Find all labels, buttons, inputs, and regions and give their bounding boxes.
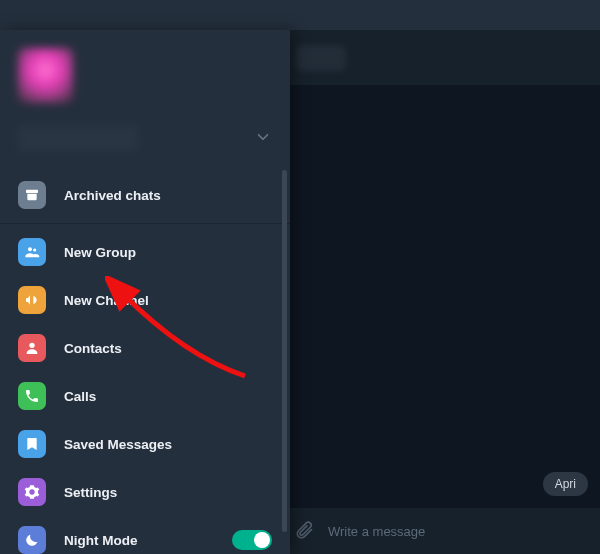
- composer-placeholder: Write a message: [328, 524, 425, 539]
- divider: [0, 223, 290, 224]
- megaphone-icon: [18, 286, 46, 314]
- svg-point-2: [33, 248, 36, 251]
- chat-area: Apri Write a message: [280, 30, 600, 554]
- svg-point-3: [29, 343, 34, 348]
- message-composer[interactable]: Write a message: [280, 508, 600, 554]
- menu-archived-chats[interactable]: Archived chats: [0, 171, 290, 219]
- account-name-redacted: [18, 125, 138, 151]
- profile-section: [0, 30, 290, 167]
- menu-item-label: Settings: [64, 485, 117, 500]
- chevron-down-icon: [254, 128, 272, 149]
- menu-saved-messages[interactable]: Saved Messages: [0, 420, 290, 468]
- avatar[interactable]: [18, 48, 73, 103]
- group-icon: [18, 238, 46, 266]
- menu-item-label: New Channel: [64, 293, 149, 308]
- menu-calls[interactable]: Calls: [0, 372, 290, 420]
- menu-item-label: Calls: [64, 389, 96, 404]
- account-switcher[interactable]: [18, 125, 272, 151]
- menu-night-mode[interactable]: Night Mode: [0, 516, 290, 554]
- hamburger-menu-drawer: Archived chats New Group New Channel Con…: [0, 30, 290, 554]
- gear-icon: [18, 478, 46, 506]
- menu-new-channel[interactable]: New Channel: [0, 276, 290, 324]
- svg-rect-0: [26, 190, 38, 193]
- menu-list: Archived chats New Group New Channel Con…: [0, 167, 290, 554]
- person-icon: [18, 334, 46, 362]
- date-pill: Apri: [543, 472, 588, 496]
- menu-contacts[interactable]: Contacts: [0, 324, 290, 372]
- chat-header: [280, 30, 600, 85]
- menu-item-label: Archived chats: [64, 188, 161, 203]
- menu-settings[interactable]: Settings: [0, 468, 290, 516]
- archive-icon: [18, 181, 46, 209]
- moon-icon: [18, 526, 46, 554]
- bookmark-icon: [18, 430, 46, 458]
- attachment-icon[interactable]: [294, 520, 314, 543]
- phone-icon: [18, 382, 46, 410]
- scrollbar[interactable]: [282, 170, 287, 532]
- app-titlebar: [0, 0, 600, 30]
- menu-item-label: Saved Messages: [64, 437, 172, 452]
- chat-body: Apri: [280, 85, 600, 508]
- menu-new-group[interactable]: New Group: [0, 228, 290, 276]
- svg-point-1: [28, 247, 32, 251]
- night-mode-toggle[interactable]: [232, 530, 272, 550]
- menu-item-label: Contacts: [64, 341, 122, 356]
- menu-item-label: Night Mode: [64, 533, 138, 548]
- chat-title-redacted: [296, 45, 346, 71]
- menu-item-label: New Group: [64, 245, 136, 260]
